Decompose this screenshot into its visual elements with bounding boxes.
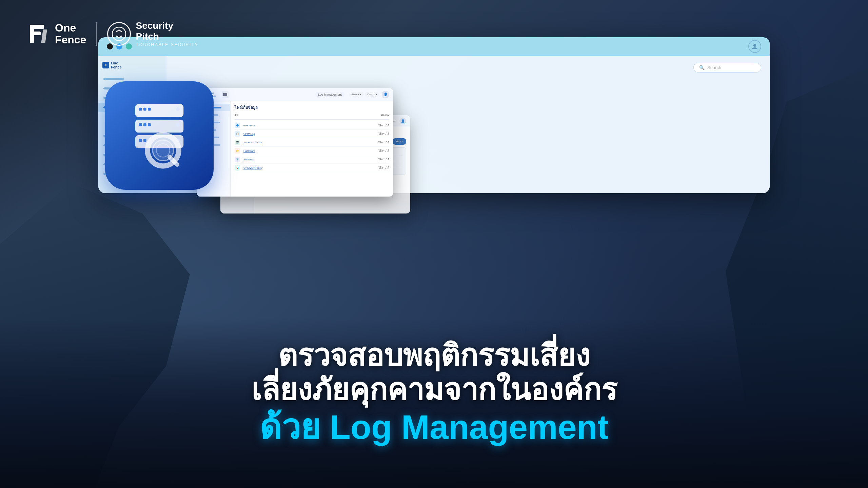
svg-rect-16 <box>135 120 183 133</box>
security-pitch-logo: Security Pitch TOUCHABLE SECURITY <box>107 20 198 47</box>
row-status: ใช้งานได้ <box>372 132 389 136</box>
browser-main-header: 🔍 Search <box>175 63 761 73</box>
inner-dash-user-avatar: 👤 <box>382 91 389 98</box>
app-icon-background <box>105 81 214 190</box>
row-icon: 🔷 <box>235 123 240 128</box>
user-dropdown[interactable]: ประเภท ▾ <box>349 92 363 97</box>
table-row[interactable]: 📁 Hardware ใช้งานได้ <box>235 147 389 155</box>
inner-content-title: ไฟล์เก็บข้อมูล <box>235 104 389 110</box>
svg-point-7 <box>753 44 756 47</box>
filter-dropdown[interactable]: ตัวกรอง ▾ <box>365 92 379 97</box>
inner2-search-btn[interactable]: ค้นหา <box>393 138 406 145</box>
search-bar[interactable]: 🔍 Search <box>693 63 761 73</box>
headline-line1: ตรวจสอบพฤติกรรมเสี่ยง <box>0 338 868 372</box>
browser-user-avatar <box>748 40 761 53</box>
inner-dash-content: ไฟล์เก็บข้อมูล ชื่อ สถานะ 🔷 one fence ใช… <box>231 101 393 197</box>
table-header: ชื่อ สถานะ <box>235 113 389 120</box>
app-icon <box>105 81 214 190</box>
headline-line3: ด้วย Log Management <box>0 407 868 447</box>
row-name: Access Control <box>243 141 369 144</box>
browser-titlebar <box>98 37 770 56</box>
menu-icon[interactable] <box>222 91 229 98</box>
row-name: one fence <box>243 124 369 127</box>
inner-dash-breadcrumb: Log Management <box>315 92 344 97</box>
row-icon: ⚙️ <box>235 157 240 162</box>
logos-area: One Fence Security Pitch TOUCHABLE SECUR… <box>27 20 198 47</box>
svg-rect-2 <box>30 25 44 29</box>
logo-divider <box>96 22 97 46</box>
row-icon: 📋 <box>235 131 240 137</box>
table-col-name: ชื่อ <box>235 113 366 118</box>
row-icon: 🖥️ <box>235 140 240 145</box>
svg-rect-22 <box>139 139 142 142</box>
search-placeholder: Search <box>707 65 721 70</box>
svg-marker-4 <box>41 29 47 43</box>
security-pitch-text: Security Pitch TOUCHABLE SECURITY <box>136 20 198 47</box>
row-icon: 📊 <box>235 165 240 170</box>
row-name: Antivirus <box>243 158 369 161</box>
row-status: ใช้งานได้ <box>372 123 389 128</box>
row-status: ใช้งานได้ <box>372 157 389 162</box>
svg-rect-11 <box>135 104 183 117</box>
inner-dash-body: ไฟล์เก็บข้อมูล ชื่อ สถานะ 🔷 one fence ใช… <box>197 101 393 197</box>
table-row[interactable]: 📋 UFW Log ใช้งานได้ <box>235 130 389 138</box>
svg-rect-19 <box>148 123 151 126</box>
security-pitch-icon <box>107 22 131 46</box>
row-status: ใช้งานได้ <box>372 166 389 170</box>
svg-rect-13 <box>143 108 146 111</box>
svg-rect-23 <box>143 139 146 142</box>
onefence-logo-icon <box>27 22 51 46</box>
main-text-block: ตรวจสอบพฤติกรรมเสี่ยง เลี่ยงภัยคุกคามจาก… <box>0 338 868 447</box>
search-icon: 🔍 <box>699 65 705 70</box>
server-database-icon <box>122 97 197 175</box>
svg-point-20 <box>176 123 180 127</box>
table-row[interactable]: ⚙️ Antivirus ใช้งานได้ <box>235 155 389 164</box>
topbar-controls: ประเภท ▾ ตัวกรอง ▾ <box>349 92 379 97</box>
row-name: UFW Log <box>243 133 369 136</box>
svg-point-15 <box>176 107 180 111</box>
table-col-status: สถานะ <box>369 113 389 118</box>
onefence-logo: One Fence <box>27 22 86 46</box>
table-row[interactable]: 🖥️ Access Control ใช้งานได้ <box>235 138 389 147</box>
row-status: ใช้งานได้ <box>372 149 389 153</box>
table-row[interactable]: 📊 ONEMDNProxy ใช้งานได้ <box>235 164 389 172</box>
svg-rect-12 <box>139 108 142 111</box>
inner2-user-avatar: 👤 <box>399 118 406 124</box>
row-name: ONEMDNProxy <box>243 166 369 169</box>
row-status: ใช้งานได้ <box>372 140 389 145</box>
row-icon: 📁 <box>235 148 240 154</box>
svg-rect-18 <box>143 123 146 126</box>
onefence-text: One Fence <box>55 22 86 46</box>
inner-dash-topbar: F OneFence Log Management ประเภท ▾ ตัวกร… <box>197 88 393 101</box>
svg-rect-3 <box>30 32 41 35</box>
table-row[interactable]: 🔷 one fence ใช้งานได้ <box>235 121 389 130</box>
svg-rect-14 <box>148 108 151 111</box>
row-name: Hardware <box>243 149 369 152</box>
svg-rect-17 <box>139 123 142 126</box>
headline-line2: เลี่ยงภัยคุกคามจากในองค์กร <box>0 372 868 407</box>
inner-dashboard-1: F OneFence Log Management ประเภท ▾ ตัวกร… <box>197 88 393 197</box>
